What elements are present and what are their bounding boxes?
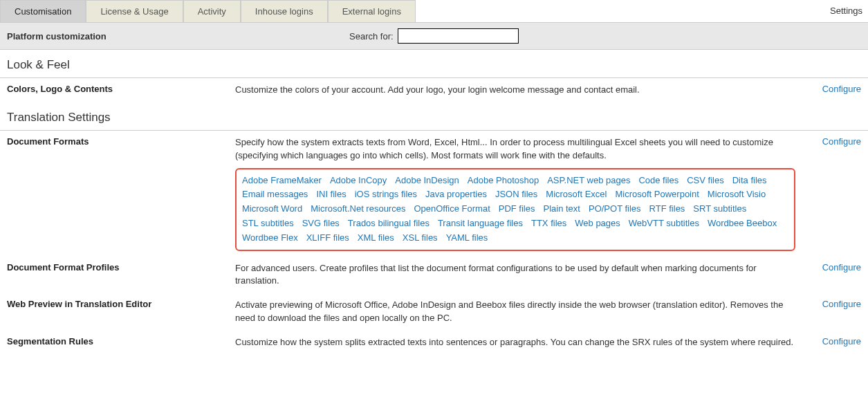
- format-link[interactable]: Microsoft Powerpoint: [615, 187, 699, 202]
- configure-doc-formats[interactable]: Configure: [822, 136, 861, 147]
- row-colors: Colors, Logo & Contents Customize the co…: [0, 78, 868, 102]
- row-doc-formats-label: Document Formats: [7, 136, 235, 147]
- format-link[interactable]: XSL files: [403, 231, 438, 246]
- format-link[interactable]: ASP.NET web pages: [547, 174, 630, 188]
- format-link[interactable]: PDF files: [499, 202, 535, 216]
- format-link[interactable]: TTX files: [531, 216, 566, 231]
- formats-box: Adobe FrameMakerAdobe InCopyAdobe InDesi…: [235, 168, 795, 251]
- row-profiles-label: Document Format Profiles: [7, 262, 235, 273]
- configure-profiles[interactable]: Configure: [822, 262, 861, 273]
- row-colors-label: Colors, Logo & Contents: [7, 84, 235, 94]
- format-link[interactable]: OpenOffice Format: [414, 202, 490, 216]
- format-link[interactable]: Transit language files: [438, 216, 523, 231]
- tab-bar: Customisation License & Usage Activity I…: [0, 0, 868, 23]
- section-look-feel: Look & Feel: [0, 50, 868, 78]
- format-link[interactable]: XML files: [358, 231, 394, 246]
- format-link[interactable]: WebVTT subtitles: [629, 216, 699, 231]
- row-segmentation-label: Segmentation Rules: [7, 336, 235, 347]
- format-link[interactable]: Wordbee Beebox: [708, 216, 777, 231]
- row-doc-formats-desc: Specify how the system extracts texts fr…: [235, 137, 773, 160]
- tab-activity[interactable]: Activity: [183, 0, 241, 22]
- tab-customisation[interactable]: Customisation: [0, 0, 86, 22]
- configure-web-preview[interactable]: Configure: [822, 299, 861, 309]
- format-link[interactable]: Adobe InDesign: [395, 174, 459, 188]
- format-link[interactable]: SVG files: [302, 216, 340, 231]
- format-link[interactable]: YAML files: [446, 231, 488, 246]
- row-segmentation: Segmentation Rules Customize how the sys…: [0, 331, 868, 355]
- tab-inhouse[interactable]: Inhouse logins: [241, 0, 328, 22]
- search-label: Search for:: [349, 31, 394, 41]
- format-link[interactable]: STL subtitles: [242, 216, 294, 231]
- format-link[interactable]: Email messages: [242, 187, 308, 202]
- format-link[interactable]: PO/POT files: [589, 202, 641, 216]
- page-title: Platform customization: [7, 31, 349, 41]
- row-colors-desc: Customize the colors of your account. Ad…: [235, 84, 809, 97]
- format-link[interactable]: Plain text: [543, 202, 580, 216]
- format-link[interactable]: Microsoft Excel: [546, 187, 607, 202]
- format-link[interactable]: Trados bilingual files: [348, 216, 430, 231]
- settings-link[interactable]: Settings: [830, 6, 862, 16]
- format-link[interactable]: CSV files: [687, 174, 723, 188]
- format-link[interactable]: Web pages: [575, 216, 620, 231]
- configure-colors[interactable]: Configure: [822, 84, 861, 94]
- format-link[interactable]: SRT subtitles: [693, 202, 746, 216]
- format-link[interactable]: Microsoft Visio: [708, 187, 766, 202]
- row-web-preview-desc: Activate previewing of Microsoft Office,…: [235, 299, 809, 325]
- row-profiles: Document Format Profiles For advanced us…: [0, 257, 868, 294]
- row-doc-formats: Document Formats Specify how the system …: [0, 131, 868, 257]
- tab-external[interactable]: External logins: [328, 0, 416, 22]
- tab-license[interactable]: License & Usage: [86, 0, 183, 22]
- format-link[interactable]: Code files: [638, 174, 678, 188]
- format-link[interactable]: Microsoft.Net resources: [311, 202, 405, 216]
- format-link[interactable]: iOS strings files: [355, 187, 417, 202]
- format-link[interactable]: INI files: [316, 187, 346, 202]
- format-link[interactable]: Adobe FrameMaker: [242, 174, 322, 188]
- configure-segmentation[interactable]: Configure: [822, 336, 861, 347]
- format-link[interactable]: RTF files: [649, 202, 685, 216]
- section-translation-settings: Translation Settings: [0, 102, 868, 131]
- format-link[interactable]: Adobe Photoshop: [468, 174, 539, 188]
- format-link[interactable]: JSON files: [495, 187, 537, 202]
- format-link[interactable]: Dita files: [732, 174, 767, 188]
- row-web-preview: Web Preview in Translation Editor Activa…: [0, 293, 868, 331]
- row-profiles-desc: For advanced users. Create profiles that…: [235, 262, 809, 288]
- search-input[interactable]: [398, 28, 519, 44]
- format-link[interactable]: Java properties: [425, 187, 487, 202]
- format-link[interactable]: XLIFF files: [306, 231, 349, 246]
- format-link[interactable]: Adobe InCopy: [330, 174, 387, 188]
- row-segmentation-desc: Customize how the system splits extracte…: [235, 336, 809, 349]
- format-link[interactable]: Wordbee Flex: [242, 231, 298, 246]
- subheader: Platform customization Search for:: [0, 23, 868, 50]
- format-link[interactable]: Microsoft Word: [242, 202, 302, 216]
- row-web-preview-label: Web Preview in Translation Editor: [7, 299, 235, 309]
